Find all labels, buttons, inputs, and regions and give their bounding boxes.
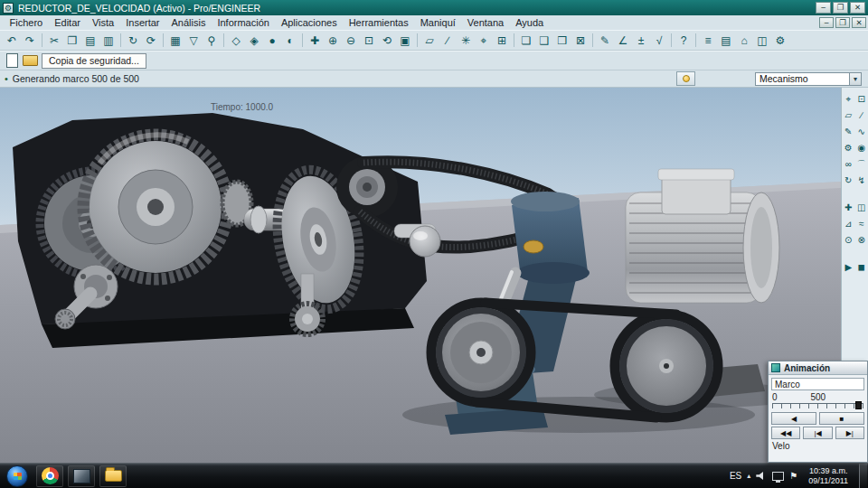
repaint-icon[interactable]: ▣ [396,32,414,49]
motor-pulley[interactable] [619,319,713,413]
settings-icon[interactable]: ⚙ [771,32,789,49]
show-desktop-button[interactable] [859,464,867,488]
layer-tree-icon[interactable]: ▤ [717,32,735,49]
shaded-icon[interactable]: ● [263,32,281,49]
menu-ventana[interactable]: Ventana [461,17,509,28]
mech-sketch-icon[interactable]: ✎ [842,125,854,138]
menu-ayuda[interactable]: Ayuda [510,17,550,28]
mech-force-icon[interactable]: ↯ [855,174,868,187]
language-indicator[interactable]: ES [730,471,741,481]
action-center-icon[interactable]: ⚑ [789,471,797,481]
new-window-icon[interactable]: ❏ [517,32,535,49]
animation-dialog-titlebar[interactable]: Animación [769,361,867,375]
datum-plane-toggle-icon[interactable]: ▱ [420,32,439,49]
menu-insertar[interactable]: Insertar [120,17,165,28]
mech-snapshot-icon[interactable]: ◫ [855,201,868,214]
mech-gear-icon[interactable]: ⚙ [842,141,854,155]
taskbar-app-explorer[interactable] [99,465,127,487]
stop-button[interactable]: ■ [819,412,864,425]
menu-informacion[interactable]: Información [212,17,275,28]
select-items-icon[interactable]: ▦ [166,32,184,49]
tolerance-icon[interactable]: ± [632,32,650,49]
undo-icon[interactable]: ↶ [3,32,21,49]
play-reverse-button[interactable]: ◀ [771,412,816,425]
viewport-canvas[interactable] [0,88,841,463]
frame-field[interactable]: Marco [771,378,864,390]
mech-refit-icon[interactable]: ⊡ [855,92,868,106]
saved-views-icon[interactable]: ⌂ [735,32,753,49]
view-manager-icon[interactable]: ◫ [753,32,771,49]
zoom-in-icon[interactable]: ⊕ [324,32,342,49]
rewind-button[interactable]: ◀◀ [771,427,800,439]
mech-axis-icon[interactable]: ∕ [855,108,868,122]
reorient-icon[interactable]: ⟲ [378,32,396,49]
mech-plane-icon[interactable]: ▱ [842,108,854,122]
mech-select-icon[interactable]: ⌖ [842,92,854,106]
redo-icon[interactable]: ↷ [21,32,39,49]
volume-icon[interactable] [756,471,767,481]
spin-center-icon[interactable]: ✚ [306,32,324,49]
hidden-line-icon[interactable]: ◈ [245,32,263,49]
mech-playback-icon[interactable]: ▶ [842,260,854,274]
copy-icon[interactable]: ❐ [63,32,81,49]
close-button[interactable]: ✕ [852,17,866,28]
taskbar-app-window[interactable] [68,465,95,487]
find-icon[interactable]: ⚲ [203,32,221,49]
belt-pulley-top[interactable] [349,169,385,205]
mech-spring-icon[interactable]: ∿ [855,125,868,138]
datum-csys-toggle-icon[interactable]: ⌖ [475,32,493,49]
menu-herramientas[interactable]: Herramientas [343,17,414,28]
enhanced-shaded-icon[interactable]: ◐ [281,32,299,49]
paste-icon[interactable]: ▤ [81,32,99,49]
slider-thumb[interactable] [855,401,862,409]
slider-track[interactable] [772,403,863,408]
filter-icon[interactable]: ▽ [184,32,203,49]
mech-capture-icon[interactable]: ◼ [855,260,868,274]
restore-button[interactable]: ❐ [835,17,850,28]
model-tree-icon[interactable]: ≡ [699,32,717,49]
drive-pulley[interactable] [436,307,526,398]
close-window-icon[interactable]: ⊠ [571,32,590,49]
open-file-icon[interactable] [21,52,39,70]
menu-maniqui[interactable]: Maniquí [414,17,461,28]
go-start-button[interactable]: |◀ [803,427,832,439]
regen-manager-icon[interactable]: ⟳ [142,32,160,49]
frame-slider[interactable]: 0 500 [772,392,863,410]
mech-slot-icon[interactable]: ⌒ [855,157,868,171]
wireframe-icon[interactable]: ◇ [227,32,245,49]
mech-cam-icon[interactable]: ◉ [855,141,868,155]
mech-measure-icon[interactable]: ⊿ [842,217,854,230]
surface-finish-icon[interactable]: √ [650,32,668,49]
dimension-icon[interactable]: ∠ [614,32,632,49]
zoom-out-icon[interactable]: ⊖ [342,32,360,49]
refit-icon[interactable]: ⊡ [360,32,378,49]
menu-aplicaciones[interactable]: Aplicaciones [275,17,343,28]
window-cascade-icon[interactable]: ❒ [553,32,571,49]
go-end-button[interactable]: ▶| [835,427,864,439]
mech-belt-icon[interactable]: ∞ [842,157,854,171]
menu-vista[interactable]: Vista [86,17,119,28]
taskbar-app-chrome[interactable] [36,465,63,487]
mech-trace-icon[interactable]: ≈ [855,217,868,230]
minimize-button[interactable]: – [819,17,834,28]
menu-editar[interactable]: Editar [49,17,87,28]
context-help-icon[interactable]: ? [675,32,693,49]
restore-button[interactable]: ❐ [833,2,848,14]
mech-interference-icon[interactable]: ⊗ [855,233,868,247]
start-button[interactable] [6,465,28,487]
chevron-down-icon[interactable]: ▾ [849,73,861,85]
mode-combobox[interactable]: Mecanismo ▾ [755,72,862,86]
menu-fichero[interactable]: Fichero [4,17,49,28]
annotate-icon[interactable]: ✎ [596,32,614,49]
datum-point-toggle-icon[interactable]: ✳ [457,32,475,49]
paste-special-icon[interactable]: ▥ [99,32,118,49]
large-bevel-gear[interactable] [83,135,228,279]
cut-icon[interactable]: ✂ [45,32,63,49]
message-log-button[interactable] [676,71,695,86]
hidden-icons-arrow[interactable]: ▴ [747,472,750,480]
close-button[interactable]: ✕ [850,2,865,14]
datum-axis-toggle-icon[interactable]: ∕ [439,32,457,49]
regenerate-icon[interactable]: ↻ [124,32,142,49]
minimize-button[interactable]: – [816,2,831,14]
new-file-icon[interactable] [3,52,21,70]
